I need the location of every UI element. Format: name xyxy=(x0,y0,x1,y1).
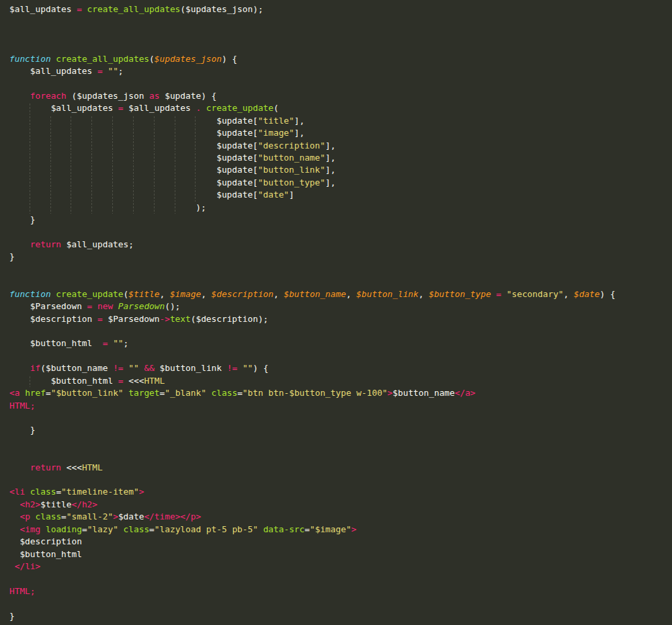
code-token: $all_updates xyxy=(128,103,196,113)
code-token: "button_type" xyxy=(258,177,325,188)
code-token: ( xyxy=(149,54,155,64)
code-token: , xyxy=(564,289,574,299)
code-token xyxy=(9,202,196,214)
code-token: ], xyxy=(325,165,335,175)
code-token: target xyxy=(128,388,159,398)
code-line: $description = $Parsedown->text($descrip… xyxy=(9,313,672,325)
code-token: function xyxy=(9,54,51,64)
code-token: "description" xyxy=(258,140,325,151)
code-token xyxy=(9,91,30,101)
code-token xyxy=(9,239,30,249)
code-line: function create_update($title, $image, $… xyxy=(9,288,672,300)
code-line: <img loading="lazy" class="lazyload pt-5… xyxy=(9,524,672,536)
code-token: </time> xyxy=(144,511,180,522)
code-token: ], xyxy=(294,128,304,138)
code-token: create_update xyxy=(206,103,274,113)
code-line: } xyxy=(9,214,672,226)
code-token: ( xyxy=(180,4,185,14)
code-token xyxy=(9,127,216,139)
code-line xyxy=(9,28,672,40)
code-token: $update[ xyxy=(216,190,258,200)
code-token: "date" xyxy=(258,190,289,200)
code-line: } xyxy=(9,610,672,622)
code-line: $all_updates = ""; xyxy=(9,65,672,77)
code-token: $all_updates xyxy=(9,66,97,76)
code-token xyxy=(237,363,243,373)
code-token: , xyxy=(159,289,169,299)
code-token: ( xyxy=(67,91,77,101)
code-token: "title" xyxy=(258,116,294,126)
code-token: if xyxy=(30,363,40,373)
code-editor[interactable]: $all_updates = create_all_updates($updat… xyxy=(0,0,672,622)
code-token: href xyxy=(25,388,46,398)
code-line: } xyxy=(9,424,672,436)
code-token: $update[ xyxy=(216,116,258,126)
code-line: $update["button_type"], xyxy=(9,177,672,189)
code-token: <h2> xyxy=(19,499,40,509)
code-line: HTML; xyxy=(9,585,672,597)
code-token xyxy=(258,524,263,534)
code-token: return xyxy=(30,239,61,249)
code-line: $button_html = ""; xyxy=(9,337,672,349)
code-token: loading xyxy=(46,524,82,534)
code-token xyxy=(501,289,507,299)
code-token: $update[ xyxy=(216,177,258,188)
code-token: $updates_json xyxy=(77,91,149,101)
code-token xyxy=(108,338,113,348)
code-token: = xyxy=(149,524,155,534)
code-line: HTML; xyxy=(9,400,672,412)
code-line: <p class="small-2">$date</time></p> xyxy=(9,511,672,523)
code-line: $all_updates = $all_updates . create_upd… xyxy=(9,102,672,114)
code-token: "btn btn-$button_type w-100" xyxy=(243,388,388,398)
code-token: = xyxy=(118,376,124,386)
code-token xyxy=(9,561,15,571)
code-token: $updates_json xyxy=(185,4,253,14)
code-token: function xyxy=(9,289,51,299)
code-token: -> xyxy=(159,314,169,324)
code-token: class xyxy=(36,511,62,522)
code-token: ) { xyxy=(201,91,216,101)
code-token: <img xyxy=(19,524,40,534)
code-token: = xyxy=(56,487,61,497)
code-token: $date xyxy=(118,511,144,522)
code-token xyxy=(19,388,25,398)
code-token: "button_link" xyxy=(258,165,325,175)
code-token: ], xyxy=(294,116,304,126)
code-token xyxy=(82,4,87,14)
code-token: $button_html xyxy=(51,376,118,386)
code-line: $all_updates = create_all_updates($updat… xyxy=(9,3,672,15)
code-line: if($button_name != "" && $button_link !=… xyxy=(9,362,672,374)
code-token: ( xyxy=(274,103,279,113)
code-token: , xyxy=(201,289,211,299)
code-token: HTML xyxy=(144,376,165,386)
code-token: <li xyxy=(9,487,25,497)
code-token: $all_updates; xyxy=(61,239,134,249)
code-token: "small-2" xyxy=(67,511,113,522)
code-token: </p> xyxy=(180,511,201,522)
code-token: $button_type xyxy=(429,289,496,299)
code-token: $update xyxy=(165,91,201,101)
code-line xyxy=(9,40,672,52)
code-token: "secondary" xyxy=(507,289,564,299)
code-token xyxy=(9,499,19,509)
code-token: text xyxy=(170,314,191,324)
code-token: $button_name xyxy=(46,363,113,373)
code-token xyxy=(9,102,51,114)
code-token xyxy=(40,524,46,534)
code-token: class xyxy=(124,524,150,534)
code-token: "button_name" xyxy=(258,153,325,163)
code-token xyxy=(9,524,19,534)
code-token: $button_html xyxy=(9,338,103,348)
code-token: $description xyxy=(196,314,257,324)
code-line: ); xyxy=(9,202,672,214)
code-line xyxy=(9,597,672,610)
code-line xyxy=(9,15,672,28)
code-token: ); xyxy=(196,202,206,212)
code-token: ); xyxy=(253,4,263,14)
code-token: ) { xyxy=(253,363,268,373)
code-line xyxy=(9,226,672,239)
code-token: != xyxy=(113,363,123,373)
code-token: $button_name xyxy=(392,388,454,398)
code-line: <a href="$button_link" target="_blank" c… xyxy=(9,387,672,399)
code-line xyxy=(9,412,672,424)
